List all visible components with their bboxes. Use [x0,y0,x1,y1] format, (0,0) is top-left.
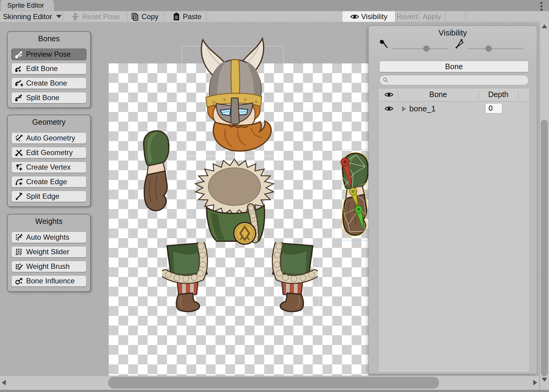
weights-panel-title: Weights [8,215,90,226]
bone-name[interactable]: bone_1 [409,104,436,113]
apply-label: Apply [423,12,441,21]
bone-filled-icon [379,39,390,49]
visibility-panel-title: Visibility [369,28,537,38]
revert-label: Revert [397,12,418,21]
sprite-viking-head[interactable] [186,35,274,156]
weights-panel: Weights Auto Weights Weight Slider Weigh… [7,214,91,292]
mannequin-icon [71,12,80,21]
create-edge-button[interactable]: Create Edge [11,176,87,188]
create-bone-button[interactable]: Create Bone [11,77,87,89]
bone-influence-icon [15,276,24,286]
toolbar-separator [445,12,445,21]
paste-button[interactable]: Paste [172,11,201,22]
search-icon [383,77,389,83]
scroll-right-arrow[interactable] [533,380,537,385]
eye-icon [350,14,359,20]
bone-opacity-knob[interactable] [423,46,429,52]
bones-panel: Bones Preview Pose Edit Bone Create Bone… [7,31,91,108]
expander-triangle-icon[interactable] [402,106,406,112]
sprite-left-arm[interactable] [136,127,176,215]
auto-geometry-button[interactable]: Auto Geometry [11,132,87,144]
scroll-left-arrow[interactable] [2,380,6,385]
geometry-panel: Geometry Auto Geometry Edit Geometry Cre… [7,115,91,207]
skinning-editor-label: Skinning Editor [3,12,52,21]
auto-weights-button[interactable]: Auto Weights [11,231,87,243]
bone-opacity-track[interactable] [392,48,448,49]
skinning-editor-dropdown[interactable]: Skinning Editor [3,11,62,22]
split-bone-button[interactable]: Split Bone [11,92,87,103]
create-bone-icon [15,79,24,88]
search-field[interactable] [379,75,529,85]
toolbar-separator [465,12,466,21]
search-input[interactable] [390,76,525,84]
toolbar-separator [206,12,207,21]
sprite-left-leg[interactable] [162,242,214,314]
scroll-up-arrow[interactable] [542,24,547,28]
kebab-menu-icon[interactable] [539,2,544,11]
bone-table: Bone Depth bone_1 [378,88,530,373]
edit-bone-icon [15,64,24,73]
toolbar-separator [63,12,63,21]
copy-label: Copy [142,12,159,21]
create-vertex-icon [15,163,24,172]
auto-weights-icon [15,233,24,242]
preview-pose-icon [15,50,24,59]
scroll-down-arrow[interactable] [542,378,547,382]
edit-bone-button[interactable]: Edit Bone [11,63,87,74]
window-tab-strip: Sprite Editor [0,0,549,11]
reset-pose-button[interactable]: Reset Pose [71,11,120,22]
sprite-torso[interactable] [188,156,278,247]
create-vertex-button[interactable]: Create Vertex [11,161,87,173]
header-bone[interactable]: Bone [398,90,479,99]
create-edge-icon [15,177,24,186]
tab-sprite-editor[interactable]: Sprite Editor [1,0,54,11]
mesh-opacity-track[interactable] [468,48,523,49]
toolbar-separator [128,12,128,21]
revert-button[interactable]: Revert [395,11,419,22]
reset-pose-label: Reset Pose [82,12,120,21]
split-bone-icon [15,93,24,102]
vertical-scrollbar-thumb[interactable] [541,120,548,376]
weight-brush-button[interactable]: Weight Brush [11,261,87,272]
visibility-panel: Visibility Bone Bone Depth [368,25,537,374]
toolbar-separator [164,12,164,21]
sprite-right-leg[interactable] [266,242,318,314]
copy-button[interactable]: Copy [131,11,159,22]
paste-clipboard-icon [172,12,180,21]
split-edge-icon [15,192,24,201]
toolbar: Skinning Editor Reset Pose Copy Paste [0,11,549,22]
header-depth[interactable]: Depth [479,90,518,99]
weight-slider-icon [15,247,24,256]
apply-button[interactable]: Apply [419,11,445,22]
weight-slider-button[interactable]: Weight Slider [11,246,87,258]
auto-geometry-icon [15,133,24,143]
bone-table-header: Bone Depth [378,88,530,101]
bone-tab-button[interactable]: Bone [379,61,529,72]
edit-geometry-icon [15,148,24,157]
chevron-down-icon [56,15,62,18]
bone-outline-icon [454,39,465,49]
bone-visibility-eye-icon[interactable] [384,106,394,112]
visibility-label: Visibility [361,12,387,21]
tab-title: Sprite Editor [7,2,44,9]
visibility-column-eye-icon[interactable] [384,92,394,98]
horizontal-scrollbar-thumb[interactable] [108,377,439,389]
split-edge-button[interactable]: Split Edge [11,191,87,202]
window-bottom-edge [0,390,549,392]
depth-input[interactable] [485,103,502,113]
weight-brush-icon [15,262,24,271]
copy-clipboard-icon [131,12,139,21]
preview-pose-button[interactable]: Preview Pose [11,49,87,60]
bones-panel-title: Bones [8,32,90,43]
mesh-opacity-knob[interactable] [486,46,492,52]
bone-row[interactable]: bone_1 [378,102,530,116]
bone-influence-button[interactable]: Bone Influence [11,275,87,287]
edit-geometry-button[interactable]: Edit Geometry [11,147,87,158]
geometry-panel-title: Geometry [8,115,90,127]
visibility-toggle-button[interactable]: Visibility [343,11,395,22]
paste-label: Paste [183,12,201,21]
